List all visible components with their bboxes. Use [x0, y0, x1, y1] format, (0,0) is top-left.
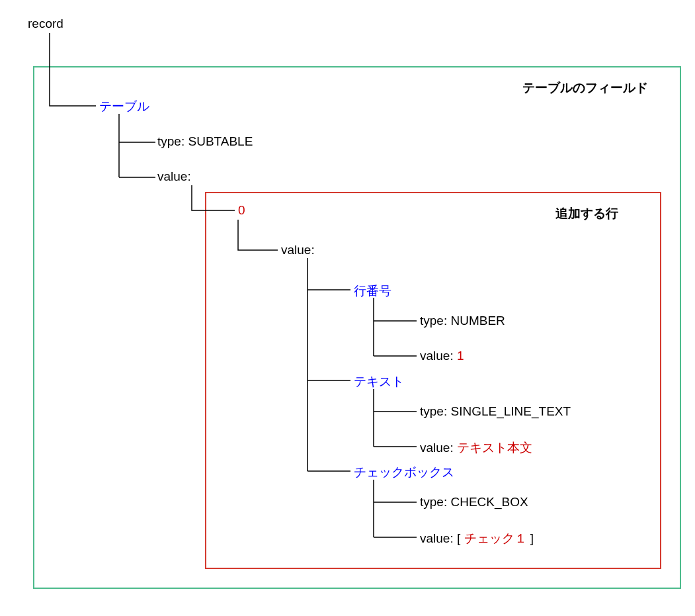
field3-type-val: CHECK_BOX — [450, 495, 528, 509]
field1-name: 行番号 — [354, 283, 391, 300]
table-type-key: type: — [157, 134, 188, 148]
field3-type-key: type: — [420, 495, 450, 509]
index-node: 0 — [238, 203, 245, 218]
field1-type: type: NUMBER — [420, 314, 505, 328]
field2-type-val: SINGLE_LINE_TEXT — [450, 404, 571, 418]
field2-value: value: テキスト本文 — [420, 439, 532, 457]
field2-type-key: type: — [420, 404, 450, 418]
field1-type-key: type: — [420, 314, 450, 328]
field3-name: チェックボックス — [354, 464, 454, 481]
table-node: テーブル — [99, 98, 149, 115]
row-value: value: — [281, 243, 315, 257]
field3-value: value: [ チェック１ ] — [420, 530, 534, 547]
field2-type: type: SINGLE_LINE_TEXT — [420, 404, 571, 419]
field1-type-val: NUMBER — [450, 314, 505, 328]
red-box-label: 追加する行 — [555, 205, 618, 222]
field1-value-val: 1 — [457, 349, 464, 363]
green-box-label: テーブルのフィールド — [522, 79, 648, 97]
field2-name: テキスト — [354, 373, 404, 390]
field3-value-key: value: [ — [420, 531, 464, 545]
root-node: record — [28, 17, 63, 31]
diagram-canvas: テーブルのフィールド 追加する行 record テーブル type: SUBTA… — [13, 13, 682, 609]
field2-value-val: テキスト本文 — [457, 441, 532, 455]
row-box — [205, 192, 661, 569]
table-type-val: SUBTABLE — [188, 134, 253, 148]
field3-type: type: CHECK_BOX — [420, 495, 528, 509]
field1-value-key: value: — [420, 349, 457, 363]
field1-value: value: 1 — [420, 349, 464, 363]
field3-value-close: ] — [527, 531, 534, 545]
field2-value-key: value: — [420, 441, 457, 455]
table-type: type: SUBTABLE — [157, 134, 253, 149]
table-value: value: — [157, 169, 191, 184]
field3-value-val: チェック１ — [464, 531, 527, 545]
